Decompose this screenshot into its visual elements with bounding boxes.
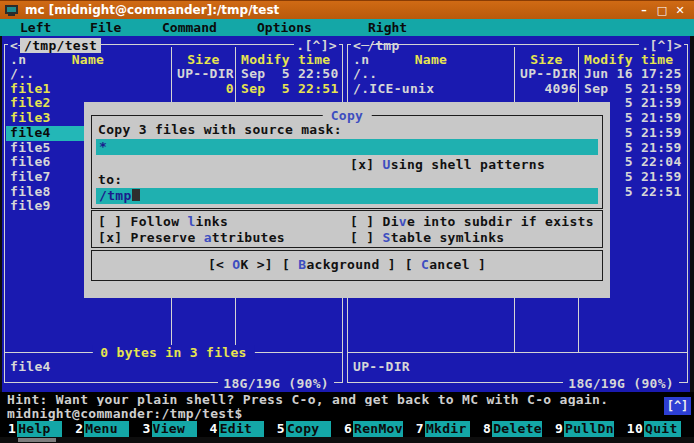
ok-button[interactable]: [< OK >] bbox=[208, 257, 273, 277]
right-panel-path[interactable]: /tmp bbox=[363, 38, 404, 53]
menu-item-command[interactable]: Command bbox=[162, 20, 217, 35]
fnkey-pulldn[interactable]: 9PullDn bbox=[555, 421, 627, 437]
left-panel-status: file4 bbox=[10, 359, 51, 374]
column-header-name[interactable]: Name bbox=[5, 52, 171, 67]
shell-patterns-checkbox[interactable]: [x] Using shell patterns bbox=[350, 157, 545, 172]
left-panel-path[interactable]: /tmp/test bbox=[20, 38, 101, 53]
mc-terminal-window: mc [midnight@commander]:/tmp/test – □ ✕ … bbox=[0, 0, 694, 443]
column-header-size[interactable]: Size bbox=[515, 52, 578, 67]
stable-symlinks-checkbox[interactable]: [ ] Stable symlinks bbox=[350, 230, 504, 245]
column-header-size[interactable]: Size bbox=[172, 52, 235, 67]
scroll-up-indicator[interactable]: [^] bbox=[664, 397, 691, 415]
menu-item-options[interactable]: Options bbox=[257, 20, 312, 35]
selection-summary: 0 bytes in 3 files bbox=[92, 345, 254, 360]
dialog-title: Copy bbox=[323, 108, 372, 123]
window-bottom-frame bbox=[0, 437, 694, 443]
to-label: to: bbox=[98, 172, 122, 187]
fnkey-delete[interactable]: 8Delete bbox=[483, 421, 555, 437]
menu-item-right[interactable]: Right bbox=[368, 20, 407, 35]
column-header-mtime[interactable]: Modify time bbox=[241, 52, 330, 67]
background-button[interactable]: [ Background ] bbox=[282, 257, 396, 277]
close-button[interactable]: ✕ bbox=[674, 4, 686, 17]
file-row[interactable]: file10Sep 5 22:51 bbox=[6, 82, 341, 97]
maximize-button[interactable]: □ bbox=[656, 4, 668, 17]
terminal-icon bbox=[5, 5, 19, 16]
file-row[interactable]: /.ICE-unix4096Sep 5 21:59 bbox=[349, 82, 686, 97]
fnkey-renmov[interactable]: 6RenMov bbox=[344, 421, 416, 437]
text-cursor bbox=[132, 189, 140, 201]
hint-line: Hint: Want your plain shell? Press C-o, … bbox=[0, 392, 694, 406]
column-header-mtime[interactable]: Modify time bbox=[584, 52, 673, 67]
mini-status-divider bbox=[348, 352, 687, 353]
right-disk-usage: 18G/19G (90%) bbox=[563, 376, 679, 391]
copy-dialog: Copy Copy 3 files with source mask: * [x… bbox=[84, 102, 610, 298]
minimize-button[interactable]: – bbox=[638, 4, 650, 17]
source-mask-input[interactable]: * bbox=[96, 139, 598, 155]
panel-up-icon[interactable]: .[^]> bbox=[294, 38, 339, 53]
menu-item-file[interactable]: File bbox=[90, 20, 121, 35]
left-panel-header: .n Name Size Modify time bbox=[5, 52, 342, 67]
source-mask-label: Copy 3 files with source mask: bbox=[98, 122, 342, 137]
cancel-button[interactable]: [ Cancel ] bbox=[405, 257, 486, 277]
destination-input[interactable]: /tmp bbox=[96, 188, 598, 204]
follow-links-checkbox[interactable]: [ ] Follow links bbox=[98, 214, 228, 229]
shell-prompt[interactable]: midnight@commander:/tmp/test$ bbox=[0, 406, 694, 421]
resize-grip[interactable] bbox=[18, 438, 56, 442]
menu-bar: Left File Command Options Right bbox=[0, 19, 694, 36]
menu-item-left[interactable]: Left bbox=[20, 20, 51, 35]
file-row[interactable]: /..UP--DIRJun 16 17:25 bbox=[349, 67, 686, 82]
fnkey-help[interactable]: 1Help bbox=[8, 421, 75, 437]
preserve-attributes-checkbox[interactable]: [x] Preserve attributes bbox=[98, 230, 285, 245]
fnkey-mkdir[interactable]: 7Mkdir bbox=[416, 421, 483, 437]
fnkey-menu[interactable]: 2Menu bbox=[75, 421, 142, 437]
window-titlebar[interactable]: mc [midnight@commander]:/tmp/test – □ ✕ bbox=[0, 0, 694, 19]
right-panel-header: .n Name Size Modify time bbox=[348, 52, 687, 67]
file-row[interactable]: /..UP--DIRSep 5 22:50 bbox=[6, 67, 341, 82]
fnkey-edit[interactable]: 4Edit bbox=[210, 421, 277, 437]
column-header-name[interactable]: Name bbox=[348, 52, 514, 67]
left-disk-usage: 18G/19G (90%) bbox=[218, 376, 334, 391]
fnkey-view[interactable]: 3View bbox=[142, 421, 209, 437]
fnkey-quit[interactable]: 10Quit bbox=[627, 421, 694, 437]
function-key-bar: 1Help 2Menu 3View 4Edit 5Copy 6RenMov 7M… bbox=[0, 421, 694, 437]
right-panel-status: UP--DIR bbox=[353, 359, 410, 374]
panel-up-icon[interactable]: .[^]> bbox=[639, 38, 684, 53]
fnkey-copy[interactable]: 5Copy bbox=[277, 421, 344, 437]
window-title: mc [midnight@commander]:/tmp/test bbox=[25, 3, 279, 17]
dive-into-subdir-checkbox[interactable]: [ ] Dive into subdir if exists bbox=[350, 214, 594, 229]
